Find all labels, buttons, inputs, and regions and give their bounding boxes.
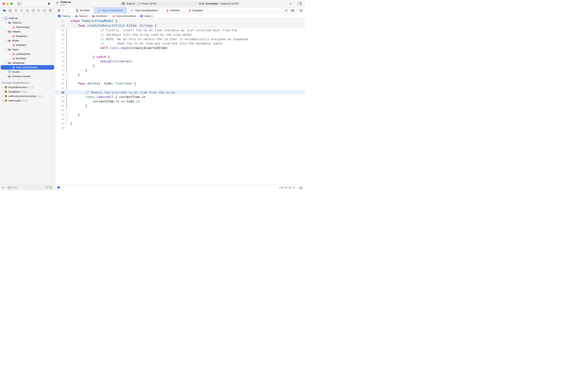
code-line[interactable]: 78 } xyxy=(55,73,305,77)
code-text[interactable]: } xyxy=(70,122,72,125)
code-text[interactable]: } xyxy=(70,113,80,117)
code-text[interactable]: } xyxy=(70,104,87,108)
package-item-keychainaccess[interactable]: KeychainAccess4.2.2 xyxy=(0,85,55,89)
code-line[interactable]: 84 currentItem.id == todo.id xyxy=(55,99,305,104)
package-item-swift-concurrency-extras[interactable]: swift-concurrency-extras1.1.0 xyxy=(0,94,55,98)
line-number[interactable]: 87 xyxy=(55,113,64,116)
minimap-toggle-icon[interactable] xyxy=(299,186,302,189)
sidebar-item-todolistapp[interactable]: TodoListApp xyxy=(0,25,55,29)
sidebar-item-todolistviewmodel[interactable]: TodoListViewModel xyxy=(1,65,54,70)
sidebar-item-supabase[interactable]: Supabase xyxy=(0,34,55,38)
code-text[interactable]: func createToDo(withTitle title: String)… xyxy=(70,24,157,27)
sidebar-item-todolist[interactable]: ATodoList xyxy=(0,16,55,20)
navigator-tab-bookmarks-icon[interactable] xyxy=(13,8,19,13)
code-text[interactable]: self.todos.append(newlyInsertedItem) xyxy=(70,46,168,50)
filter-input[interactable] xyxy=(12,186,45,189)
editor-tab-todo-clouddatabase[interactable]: Todo-CloudDatabase xyxy=(127,7,162,13)
code-line[interactable]: 72 self.todos.append(newlyInsertedItem) xyxy=(55,46,305,50)
editor-tab-supabase[interactable]: Supabase xyxy=(184,7,207,13)
breadcrumb-item-todolist[interactable]: ATodoList xyxy=(58,15,71,18)
chevron-down-icon[interactable] xyxy=(5,62,8,64)
navigator-tab-issues-icon[interactable] xyxy=(25,8,30,13)
code-line[interactable]: 85 } xyxy=(55,104,305,108)
line-number[interactable]: 77 xyxy=(55,69,64,72)
navigator-tab-reports-icon[interactable] xyxy=(48,8,53,13)
line-number[interactable]: 75 xyxy=(55,60,64,63)
line-number[interactable]: 11 xyxy=(55,19,64,22)
line-number[interactable]: 86 xyxy=(55,109,64,112)
breadcrumb-item-delete-[interactable]: Mdelete(_:) xyxy=(140,15,154,18)
line-number[interactable]: 82 xyxy=(55,91,64,94)
code-line[interactable]: 68 // Finally, insert the to-do item ins… xyxy=(55,28,305,33)
sidebar-item-model[interactable]: Model xyxy=(0,38,55,43)
close-window-button[interactable] xyxy=(2,2,5,5)
line-number[interactable]: 90 xyxy=(55,126,64,129)
code-line[interactable]: 88 xyxy=(55,117,305,122)
line-number[interactable]: 89 xyxy=(55,122,64,125)
breakpoint-indicator-icon[interactable] xyxy=(57,186,61,189)
recent-files-icon[interactable] xyxy=(45,186,48,189)
line-number[interactable]: 85 xyxy=(55,104,64,107)
package-item-supabase[interactable]: Supabase2.10.1 xyxy=(0,89,55,94)
code-line[interactable]: 75 debugPrint(error) xyxy=(55,59,305,64)
line-number[interactable]: 81 xyxy=(55,86,64,89)
chevron-right-icon[interactable] xyxy=(5,75,8,77)
minimize-window-button[interactable] xyxy=(6,2,9,5)
breadcrumb-item-todolist[interactable]: TodoList xyxy=(75,15,88,18)
sticky-code-line[interactable]: 11class TodoListViewModel { xyxy=(55,19,305,23)
code-text[interactable]: currentItem.id == todo.id xyxy=(70,100,140,103)
line-number[interactable]: 76 xyxy=(55,64,64,67)
run-button[interactable] xyxy=(47,2,51,6)
build-status[interactable]: Build Succeeded Today at 4:16 PM xyxy=(199,2,238,5)
sidebar-item-helpers[interactable]: Helpers xyxy=(0,29,55,34)
chevron-down-icon[interactable] xyxy=(5,22,8,24)
line-number[interactable]: 71 xyxy=(55,42,64,45)
sidebar-item-preview-content[interactable]: Preview Content xyxy=(0,74,55,79)
code-text[interactable]: } xyxy=(70,68,87,72)
sidebar-item-assets[interactable]: Assets xyxy=(0,70,55,74)
code-text[interactable]: func delete(_ todo: TodoItem) { xyxy=(70,82,136,85)
chevron-right-icon[interactable] xyxy=(1,100,4,102)
add-file-button[interactable] xyxy=(1,186,5,189)
code-text[interactable]: // when the to-do item was inserted into… xyxy=(70,42,222,45)
chevron-down-icon[interactable] xyxy=(5,48,8,50)
adjust-editor-icon[interactable] xyxy=(285,9,288,12)
line-number[interactable]: 68 xyxy=(55,29,64,32)
zoom-window-button[interactable] xyxy=(10,2,13,5)
code-line[interactable]: 70 // NOTE: We do this to obtain the id … xyxy=(55,37,305,42)
sidebar-item-viewmodel[interactable]: ViewModel xyxy=(0,61,55,65)
add-editor-split-icon[interactable] xyxy=(299,9,302,12)
sidebar-item-landingview[interactable]: LandingView xyxy=(0,52,55,56)
line-number[interactable]: 83 xyxy=(55,95,64,98)
code-text[interactable]: // Remove the provided to-do item from t… xyxy=(70,91,175,94)
sidebar-item-todolist[interactable]: TodoList xyxy=(0,20,55,25)
line-number[interactable]: 74 xyxy=(55,55,64,58)
navigator-tab-debug-icon[interactable] xyxy=(36,8,42,13)
code-line[interactable]: 89} xyxy=(55,121,305,126)
code-line[interactable]: 86 xyxy=(55,108,305,113)
code-line[interactable]: 73 xyxy=(55,50,305,55)
code-line[interactable]: 81 xyxy=(55,86,305,90)
navigator-tab-tests-icon[interactable] xyxy=(30,8,36,13)
line-number[interactable]: 88 xyxy=(55,118,64,121)
editor-tab-todoitem[interactable]: TodoItem xyxy=(162,7,184,13)
code-line[interactable]: 69 // database into the array used by th… xyxy=(55,33,305,37)
code-text[interactable]: } xyxy=(70,64,95,68)
code-line[interactable]: 77 } xyxy=(55,68,305,73)
code-line[interactable]: 83 todos.removeAll { currentItem in xyxy=(55,95,305,99)
code-text[interactable]: // NOTE: We do this to obtain the id tha… xyxy=(70,37,248,41)
chevron-down-icon[interactable] xyxy=(5,31,8,33)
code-line[interactable]: 80 func delete(_ todo: TodoItem) { xyxy=(55,81,305,86)
line-number[interactable]: 80 xyxy=(55,82,64,85)
code-text[interactable]: todos.removeAll { currentItem in xyxy=(70,95,145,99)
code-line[interactable]: 90 xyxy=(55,126,305,130)
chevron-right-icon[interactable] xyxy=(1,86,4,88)
chevron-right-icon[interactable] xyxy=(1,91,4,93)
chevron-right-icon[interactable] xyxy=(1,95,4,97)
line-number[interactable]: 43 xyxy=(55,24,64,27)
line-number[interactable]: 70 xyxy=(55,38,64,41)
line-number[interactable]: 72 xyxy=(55,46,64,49)
toggle-inspector-button[interactable] xyxy=(298,2,302,6)
show-added-modified-icon[interactable] xyxy=(49,186,52,189)
package-item-swift-crypto[interactable]: swift-crypto3.4.0 xyxy=(0,98,55,103)
